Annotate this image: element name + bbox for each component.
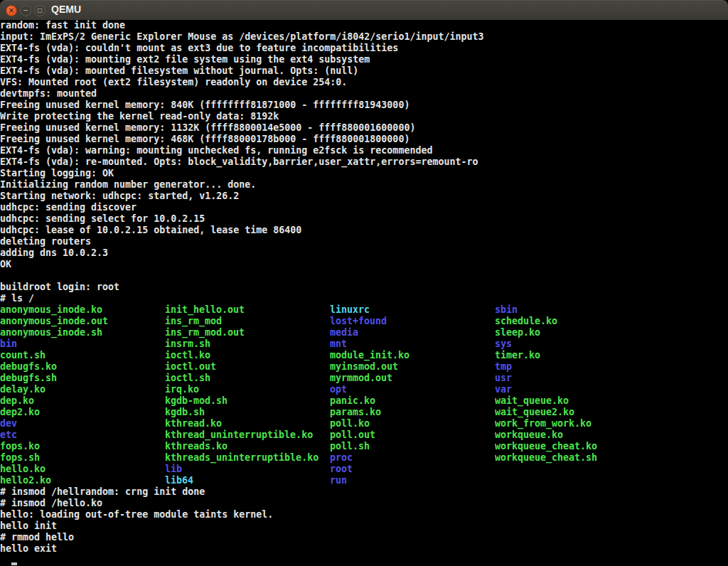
file-entry: module_init.ko	[330, 350, 495, 361]
file-entry: workqueue.ko	[495, 429, 597, 441]
directory-entry: lib	[165, 464, 330, 475]
console-line: hello: loading out-of-tree module taints…	[0, 509, 728, 520]
terminal-screen[interactable]: random: fast init doneinput: ImExPS/2 Ge…	[0, 20, 728, 566]
file-entry: ioctl.sh	[165, 373, 330, 384]
directory-entry: bin	[0, 338, 165, 350]
symlink-entry: lib64	[165, 475, 330, 486]
directory-entry: etc	[0, 429, 165, 441]
file-entry: ioctl.out	[165, 361, 330, 373]
file-entry: fops.sh	[0, 452, 165, 464]
file-entry: kthread_uninterruptible.ko	[165, 429, 330, 441]
file-entry: poll.ko	[330, 418, 495, 429]
ls-column: sbinschedule.kosleep.kosystimer.kotmpusr…	[495, 304, 597, 486]
directory-entry: root	[330, 464, 495, 475]
console-line	[0, 270, 728, 282]
file-entry: panic.ko	[330, 395, 495, 407]
directory-entry: var	[495, 384, 597, 395]
console-line: EXT4-fs (vda): mounting ext2 file system…	[0, 54, 728, 65]
file-entry: kgdb-mod.sh	[165, 395, 330, 407]
directory-entry: media	[330, 327, 495, 338]
file-entry: irq.ko	[165, 384, 330, 395]
directory-entry: lost+found	[330, 316, 495, 327]
file-entry: params.ko	[330, 407, 495, 418]
boot-log: random: fast init doneinput: ImExPS/2 Ge…	[0, 20, 728, 304]
file-entry: hello.ko	[0, 464, 165, 475]
console-line: hello init	[0, 520, 728, 532]
ls-column: linuxrclost+foundmediamntmodule_init.kom…	[330, 304, 495, 486]
directory-entry: usr	[495, 373, 597, 384]
directory-entry: sbin	[495, 304, 597, 316]
file-entry: ins_rm_mod	[165, 316, 330, 327]
console-line: random: fast init done	[0, 20, 728, 31]
directory-entry: dev	[0, 418, 165, 429]
console-line: hello exit	[0, 543, 728, 555]
file-entry: debugfs.ko	[0, 361, 165, 373]
shell-prompt-line: #	[0, 555, 728, 566]
file-entry: ins_rm_mod.out	[165, 327, 330, 338]
file-entry: poll.sh	[330, 441, 495, 452]
console-line: udhcpc: sending select for 10.0.2.15	[0, 213, 728, 225]
directory-entry: sys	[495, 338, 597, 350]
console-line: EXT4-fs (vda): warning: mounting uncheck…	[0, 145, 728, 156]
close-icon[interactable]: ×	[6, 5, 17, 16]
console-line: # insmod /hello.ko	[0, 498, 728, 509]
console-line: Starting network: udhcpc: started, v1.26…	[0, 191, 728, 202]
directory-entry: run	[330, 475, 495, 486]
directory-entry: mnt	[330, 338, 495, 350]
file-entry: kthreads.ko	[165, 441, 330, 452]
file-entry: myrmmod.out	[330, 373, 495, 384]
file-entry: anonymous_inode.sh	[0, 327, 165, 338]
console-line: # rmmod hello	[0, 532, 728, 543]
file-entry: kthreads_uninterruptible.ko	[165, 452, 330, 464]
console-line: devtmpfs: mounted	[0, 88, 728, 100]
console-line: adding dns 10.0.2.3	[0, 247, 728, 259]
file-entry: workqueue_cheat.sh	[495, 452, 597, 464]
file-entry: insrm.sh	[165, 338, 330, 350]
console-line: Freeing unused kernel memory: 1132K (fff…	[0, 122, 728, 134]
console-line: # insmod /hellrandom: crng init done	[0, 486, 728, 498]
file-entry: count.sh	[0, 350, 165, 361]
file-entry: delay.ko	[0, 384, 165, 395]
console-line: OK	[0, 259, 728, 270]
file-entry: schedule.ko	[495, 316, 597, 327]
console-line: EXT4-fs (vda): couldn't mount as ext3 du…	[0, 43, 728, 54]
file-entry: dep2.ko	[0, 407, 165, 418]
console-line: input: ImExPS/2 Generic Explorer Mouse a…	[0, 31, 728, 43]
file-entry: debugfs.sh	[0, 373, 165, 384]
window-title: QEMU	[51, 4, 81, 15]
file-entry: kgdb.sh	[165, 407, 330, 418]
file-entry: sleep.ko	[495, 327, 597, 338]
console-line: udhcpc: lease of 10.0.2.15 obtained, lea…	[0, 225, 728, 236]
window-titlebar[interactable]: × − □ QEMU	[0, 0, 728, 20]
file-entry: dep.ko	[0, 395, 165, 407]
directory-entry: proc	[330, 452, 495, 464]
console-line: Freeing unused kernel memory: 840K (ffff…	[0, 100, 728, 111]
file-entry: anonymous_inode.ko	[0, 304, 165, 316]
file-entry: wait_queue.ko	[495, 395, 597, 407]
directory-entry: tmp	[495, 361, 597, 373]
console-line: deleting routers	[0, 236, 728, 247]
file-entry: kthread.ko	[165, 418, 330, 429]
maximize-icon[interactable]: □	[34, 5, 46, 16]
file-entry: anonymous_inode.out	[0, 316, 165, 327]
file-entry: fops.ko	[0, 441, 165, 452]
console-line: EXT4-fs (vda): re-mounted. Opts: block_v…	[0, 156, 728, 168]
console-line: Write protecting the kernel read-only da…	[0, 111, 728, 122]
file-entry: init_hello.out	[165, 304, 330, 316]
minimize-icon[interactable]: −	[20, 5, 31, 16]
ls-column: init_hello.outins_rm_modins_rm_mod.outin…	[165, 304, 330, 486]
console-line: Starting logging: OK	[0, 168, 728, 179]
file-entry: wait_queue2.ko	[495, 407, 597, 418]
shell-log: # insmod /hellrandom: crng init done# in…	[0, 486, 728, 555]
ls-column: anonymous_inode.koanonymous_inode.outano…	[0, 304, 165, 486]
console-line: Freeing unused kernel memory: 468K (ffff…	[0, 134, 728, 145]
console-line: EXT4-fs (vda): mounted filesystem withou…	[0, 65, 728, 77]
file-entry: workqueue_cheat.ko	[495, 441, 597, 452]
file-entry: hello2.ko	[0, 475, 165, 486]
directory-entry: opt	[330, 384, 495, 395]
console-line: buildroot login: root	[0, 282, 728, 293]
console-line: VFS: Mounted root (ext2 filesystem) read…	[0, 77, 728, 88]
console-line: udhcpc: sending discover	[0, 202, 728, 213]
terminal-cursor	[11, 562, 17, 565]
file-entry: timer.ko	[495, 350, 597, 361]
